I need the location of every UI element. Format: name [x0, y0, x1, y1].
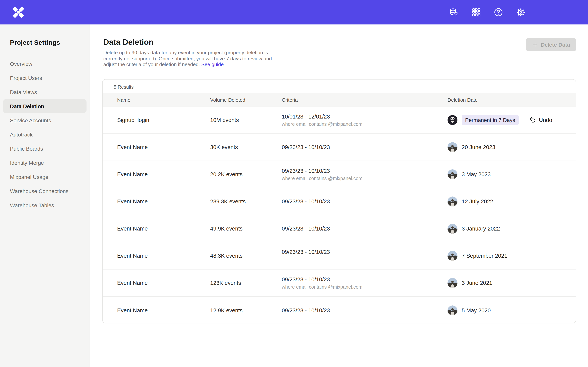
deletion-date: 12 July 2022: [462, 198, 493, 205]
delete-data-button[interactable]: Delete Data: [526, 38, 576, 51]
criteria-range: 09/23/23 - 10/10/23: [282, 168, 448, 174]
row-name: Event Name: [117, 225, 210, 232]
row-name: Event Name: [117, 198, 210, 205]
row-deletion: 20 June 2023: [448, 142, 576, 152]
criteria-range: 09/23/23 - 10/10/23: [282, 307, 448, 313]
deletion-date: 20 June 2023: [462, 144, 495, 150]
app-root: Project Settings OverviewProject UsersDa…: [0, 0, 588, 367]
sidebar: Project Settings OverviewProject UsersDa…: [0, 25, 90, 367]
sidebar-item-data-deletion[interactable]: Data Deletion: [3, 99, 86, 113]
criteria-subtext: [282, 257, 448, 263]
deletion-date: 7 September 2021: [462, 253, 507, 259]
criteria-subtext: where email contains @mixpanel.com: [282, 284, 448, 290]
row-deletion: 3 January 2022: [448, 224, 576, 234]
column-header-criteria: Criteria: [282, 97, 448, 103]
criteria-subtext: where email contains @mixpanel.com: [282, 121, 448, 127]
topbar-icon-group: [447, 0, 527, 25]
sidebar-item-project-users[interactable]: Project Users: [3, 71, 86, 85]
permanent-badge: Permanent in 7 Days: [462, 115, 519, 125]
row-volume: 48.3K events: [210, 253, 282, 259]
sidebar-item-autotrack[interactable]: Autotrack: [3, 127, 86, 142]
user-avatar: [448, 224, 458, 234]
row-name: Event Name: [117, 280, 210, 286]
column-header-volume-deleted: Volume Deleted: [210, 97, 282, 103]
apps-grid-icon[interactable]: [469, 5, 483, 19]
row-deletion: 3 May 2023: [448, 169, 576, 179]
row-name: Event Name: [117, 144, 210, 150]
row-volume: 49.9K events: [210, 225, 282, 232]
page-description-text: Delete up to 90 days data for any event …: [103, 50, 272, 67]
sidebar-item-public-boards[interactable]: Public Boards: [3, 142, 86, 156]
row-criteria: 09/23/23 - 10/10/23where email contains …: [282, 168, 448, 181]
main-content: Data Deletion Delete up to 90 days data …: [90, 25, 588, 367]
table-row: Event Name123K events09/23/23 - 10/10/23…: [103, 269, 576, 297]
table-row: Event Name30K events09/23/23 - 10/10/232…: [103, 134, 576, 161]
deletion-date: 3 May 2023: [462, 171, 491, 177]
results-count: 5 Results: [114, 84, 134, 90]
column-header-deletion-date: Deletion Date: [448, 97, 576, 103]
sidebar-item-warehouse-tables[interactable]: Warehouse Tables: [3, 198, 86, 212]
row-name: Event Name: [117, 171, 210, 177]
settings-gear-icon[interactable]: [514, 5, 527, 19]
sidebar-title: Project Settings: [10, 39, 90, 47]
user-avatar: [448, 142, 458, 152]
row-volume: 20.2K events: [210, 171, 282, 177]
table-row: Event Name12.9K events09/23/23 - 10/10/2…: [103, 297, 576, 323]
user-avatar: [448, 197, 458, 206]
row-criteria: 09/23/23 - 10/10/23: [282, 249, 448, 263]
user-avatar: [448, 278, 458, 288]
criteria-range: 10/01/23 - 12/01/23: [282, 113, 448, 119]
sidebar-nav: OverviewProject UsersData ViewsData Dele…: [0, 57, 90, 212]
sidebar-item-warehouse-connections[interactable]: Warehouse Connections: [3, 184, 86, 198]
deletion-table-card: 5 Results NameVolume DeletedCriteriaDele…: [102, 79, 576, 323]
row-criteria: 09/23/23 - 10/10/23: [282, 307, 448, 313]
row-deletion: Permanent in 7 DaysUndo: [448, 115, 576, 125]
user-avatar: [448, 169, 458, 179]
undo-button[interactable]: Undo: [528, 116, 552, 124]
user-avatar: [448, 115, 458, 125]
table-row: Event Name48.3K events09/23/23 - 10/10/2…: [103, 242, 576, 269]
page-title: Data Deletion: [103, 37, 154, 47]
table-row: Event Name20.2K events09/23/23 - 10/10/2…: [103, 161, 576, 188]
row-deletion: 3 June 2021: [448, 278, 576, 288]
row-criteria: 09/23/23 - 10/10/23: [282, 144, 448, 150]
row-criteria: 09/23/23 - 10/10/23: [282, 225, 448, 232]
deletion-date: 3 January 2022: [462, 225, 500, 232]
row-deletion: 7 September 2021: [448, 251, 576, 261]
sidebar-item-overview[interactable]: Overview: [3, 57, 86, 71]
plus-icon: [532, 42, 538, 48]
criteria-range: 09/23/23 - 10/10/23: [282, 144, 448, 150]
row-criteria: 09/23/23 - 10/10/23where email contains …: [282, 276, 448, 290]
see-guide-link[interactable]: See guide: [201, 62, 224, 67]
deletion-date: 5 May 2020: [462, 307, 491, 313]
row-name: Event Name: [117, 253, 210, 259]
row-volume: 123K events: [210, 280, 282, 286]
column-header-name: Name: [117, 97, 210, 103]
help-icon[interactable]: [492, 5, 505, 19]
mixpanel-logo[interactable]: [11, 7, 25, 18]
table-row: Event Name49.9K events09/23/23 - 10/10/2…: [103, 215, 576, 242]
user-avatar: [448, 305, 458, 315]
sidebar-item-data-views[interactable]: Data Views: [3, 85, 86, 99]
criteria-range: 09/23/23 - 10/10/23: [282, 225, 448, 232]
deletion-date: 3 June 2021: [462, 280, 492, 286]
row-volume: 12.9K events: [210, 307, 282, 313]
user-avatar: [448, 251, 458, 261]
row-criteria: 10/01/23 - 12/01/23where email contains …: [282, 113, 448, 127]
data-management-icon[interactable]: [447, 5, 461, 19]
table-row: Event Name239.3K events09/23/23 - 10/10/…: [103, 188, 576, 215]
table-body: Signup_login10M events10/01/23 - 12/01/2…: [103, 107, 576, 323]
criteria-range: 09/23/23 - 10/10/23: [282, 276, 448, 282]
criteria-range: 09/23/23 - 10/10/23: [282, 249, 448, 255]
row-criteria: 09/23/23 - 10/10/23: [282, 198, 448, 205]
sidebar-item-service-accounts[interactable]: Service Accounts: [3, 113, 86, 127]
row-volume: 239.3K events: [210, 198, 282, 205]
sidebar-item-identity-merge[interactable]: Identity Merge: [3, 156, 86, 170]
row-name: Event Name: [117, 307, 210, 313]
criteria-subtext: where email contains @mixpanel.com: [282, 176, 448, 181]
row-deletion: 5 May 2020: [448, 305, 576, 315]
row-deletion: 12 July 2022: [448, 197, 576, 206]
sidebar-item-mixpanel-usage[interactable]: Mixpanel Usage: [3, 170, 86, 184]
delete-data-label: Delete Data: [541, 42, 570, 48]
row-name: Signup_login: [117, 117, 210, 123]
